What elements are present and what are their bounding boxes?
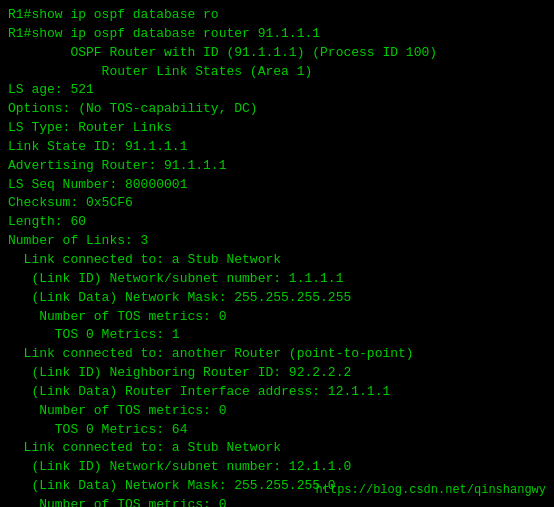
terminal-line: Number of TOS metrics: 0: [8, 402, 546, 421]
terminal-line: R1#show ip ospf database router 91.1.1.1: [8, 25, 546, 44]
terminal-line: Number of TOS metrics: 0: [8, 308, 546, 327]
terminal-line: Options: (No TOS-capability, DC): [8, 100, 546, 119]
terminal-line: LS Seq Number: 80000001: [8, 176, 546, 195]
terminal-line: Link State ID: 91.1.1.1: [8, 138, 546, 157]
terminal-line: LS age: 521: [8, 81, 546, 100]
terminal-line: (Link Data) Network Mask: 255.255.255.25…: [8, 289, 546, 308]
terminal-line: R1#show ip ospf database ro: [8, 6, 546, 25]
terminal-line: LS Type: Router Links: [8, 119, 546, 138]
terminal-line: (Link ID) Network/subnet number: 1.1.1.1: [8, 270, 546, 289]
terminal-line: OSPF Router with ID (91.1.1.1) (Process …: [8, 44, 546, 63]
terminal-line: Link connected to: a Stub Network: [8, 251, 546, 270]
terminal-line: (Link ID) Neighboring Router ID: 92.2.2.…: [8, 364, 546, 383]
terminal-line: TOS 0 Metrics: 64: [8, 421, 546, 440]
terminal-line: Link connected to: another Router (point…: [8, 345, 546, 364]
terminal-line: Link connected to: a Stub Network: [8, 439, 546, 458]
watermark: https://blog.csdn.net/qinshangwy: [316, 482, 546, 499]
terminal-line: Checksum: 0x5CF6: [8, 194, 546, 213]
terminal-line: Length: 60: [8, 213, 546, 232]
terminal-line: Advertising Router: 91.1.1.1: [8, 157, 546, 176]
terminal-line: Number of Links: 3: [8, 232, 546, 251]
terminal-line: Router Link States (Area 1): [8, 63, 546, 82]
terminal-content: R1#show ip ospf database roR1#show ip os…: [8, 6, 546, 507]
terminal-line: TOS 0 Metrics: 1: [8, 326, 546, 345]
terminal: R1#show ip ospf database roR1#show ip os…: [0, 0, 554, 507]
terminal-line: (Link Data) Router Interface address: 12…: [8, 383, 546, 402]
terminal-line: (Link ID) Network/subnet number: 12.1.1.…: [8, 458, 546, 477]
